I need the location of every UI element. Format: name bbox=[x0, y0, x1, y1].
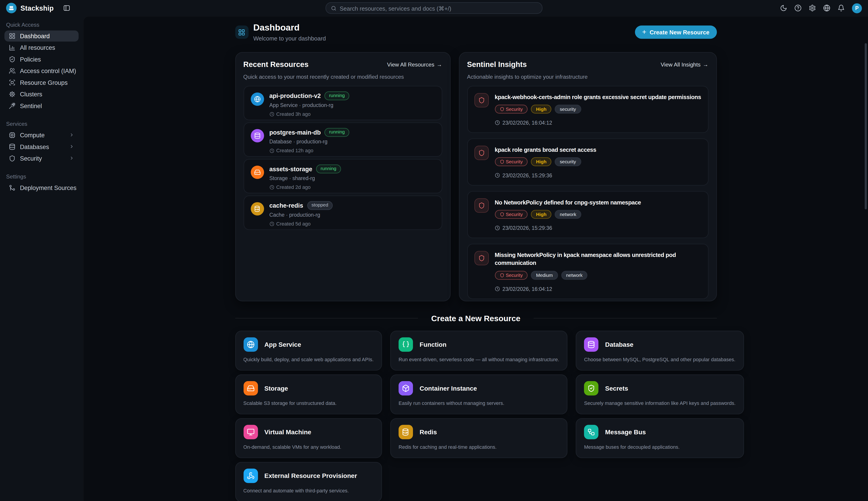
resource-created: Created 3h ago bbox=[276, 111, 310, 117]
sidebar-item-compute[interactable]: Compute bbox=[4, 130, 79, 140]
resource-list-item[interactable]: cache-redis stopped Cache · production-r… bbox=[243, 195, 442, 230]
box-icon bbox=[398, 381, 413, 395]
insight-title: kpack role grants broad secret access bbox=[495, 146, 701, 153]
tag-badge: security bbox=[555, 158, 581, 166]
create-card-message-bus[interactable]: Message Bus Message buses for decoupled … bbox=[576, 418, 744, 458]
view-all-resources-link[interactable]: View All Resources→ bbox=[387, 61, 442, 67]
create-new-resource-button[interactable]: + Create New Resource bbox=[635, 26, 716, 39]
brand-name: Stackship bbox=[21, 4, 54, 12]
sidebar-item-policies[interactable]: Policies bbox=[4, 54, 79, 65]
dark-mode-icon[interactable] bbox=[780, 4, 787, 12]
settings-gear-icon[interactable] bbox=[809, 4, 816, 12]
language-globe-icon[interactable] bbox=[823, 4, 831, 12]
brand[interactable]: Stackship bbox=[6, 3, 54, 13]
clock-icon bbox=[269, 112, 274, 117]
create-card-redis[interactable]: Redis Redis for caching and real-time ap… bbox=[390, 418, 567, 458]
insight-list-item[interactable]: kpack-webhook-certs-admin role grants ex… bbox=[467, 86, 708, 133]
braces-icon bbox=[398, 337, 413, 352]
global-search[interactable] bbox=[326, 2, 542, 14]
search-input[interactable] bbox=[340, 5, 537, 11]
sidebar-item-access-control[interactable]: Access control (IAM) bbox=[4, 65, 79, 76]
create-card-secrets[interactable]: Secrets Securely manage sensitive inform… bbox=[576, 374, 744, 414]
insight-title: Missing NetworkPolicy in kpack namespace… bbox=[495, 251, 677, 267]
globe-icon bbox=[243, 337, 258, 352]
sidebar-item-resource-groups[interactable]: Resource Groups bbox=[4, 77, 79, 88]
shield-check-icon bbox=[584, 381, 598, 395]
resource-meta: Cache · production-rg bbox=[269, 212, 332, 217]
sidebar-toggle-icon[interactable] bbox=[63, 4, 70, 12]
notifications-bell-icon[interactable] bbox=[837, 4, 845, 12]
sidebar-section-label: Services bbox=[4, 118, 79, 130]
scrollbar[interactable] bbox=[865, 43, 867, 210]
sidebar-item-deployment-sources[interactable]: Deployment Sources bbox=[4, 182, 79, 193]
shield-check-icon bbox=[9, 56, 15, 62]
resource-name: cache-redis bbox=[269, 202, 303, 209]
sidebar-section-label: Settings bbox=[4, 171, 79, 182]
create-card-app-service[interactable]: App Service Quickly build, deploy, and s… bbox=[235, 331, 382, 371]
arrow-right-icon: → bbox=[703, 61, 708, 67]
severity-badge: Security bbox=[495, 271, 528, 279]
resource-list-item[interactable]: assets-storage running Storage · shared-… bbox=[243, 159, 442, 193]
severity-badge: Security bbox=[495, 210, 528, 219]
sentinel-insights-panel: Sentinel Insights View All Insights→ Act… bbox=[459, 52, 716, 301]
severity-badge: Security bbox=[495, 158, 528, 166]
resource-name: api-production-v2 bbox=[269, 93, 320, 99]
plus-icon: + bbox=[642, 29, 647, 36]
help-icon[interactable] bbox=[794, 4, 802, 12]
level-badge: Medium bbox=[531, 271, 558, 279]
create-card-virtual-machine[interactable]: Virtual Machine On-demand, scalable VMs … bbox=[235, 418, 382, 458]
insight-list-item[interactable]: No NetworkPolicy defined for cnpg-system… bbox=[467, 191, 708, 238]
webhook-icon bbox=[243, 468, 258, 483]
layout-grid-icon bbox=[9, 33, 15, 39]
insight-list-item[interactable]: Missing NetworkPolicy in kpack namespace… bbox=[467, 244, 708, 299]
insight-title: No NetworkPolicy defined for cnpg-system… bbox=[495, 198, 701, 206]
database-icon bbox=[584, 337, 598, 352]
resource-list-item[interactable]: postgres-main-db running Database · prod… bbox=[243, 122, 442, 157]
sidebar-item-databases[interactable]: Databases bbox=[4, 141, 79, 152]
hard-drive-icon bbox=[251, 166, 264, 179]
resource-name: assets-storage bbox=[269, 166, 312, 172]
create-card-storage[interactable]: Storage Scalable S3 storage for unstruct… bbox=[235, 374, 382, 414]
tag-badge: network bbox=[561, 271, 587, 279]
insight-list-item[interactable]: kpack role grants broad secret access Se… bbox=[467, 138, 708, 186]
panel-subtitle: Actionable insights to optimize your inf… bbox=[467, 74, 708, 79]
severity-badge: Security bbox=[495, 105, 528, 114]
redis-icon bbox=[251, 202, 264, 215]
main-content: Dashboard Welcome to your dashboard + Cr… bbox=[83, 16, 868, 501]
create-card-database[interactable]: Database Choose between MySQL, PostgreSQ… bbox=[576, 331, 744, 371]
create-card-container-instance[interactable]: Container Instance Easily run containers… bbox=[390, 374, 567, 414]
view-all-insights-link[interactable]: View All Insights→ bbox=[661, 61, 708, 67]
create-card-function[interactable]: Function Run event-driven, serverless co… bbox=[390, 331, 567, 371]
security-shield-icon bbox=[474, 146, 489, 160]
page-subtitle: Welcome to your dashboard bbox=[253, 35, 326, 41]
sidebar-item-sentinel[interactable]: Sentinel bbox=[4, 100, 79, 111]
resource-created: Created 5d ago bbox=[276, 221, 310, 226]
create-section-heading: Create a New Resource bbox=[235, 314, 717, 323]
sidebar-section-label: Quick Access bbox=[4, 20, 79, 31]
sidebar-item-all-resources[interactable]: All resources bbox=[4, 42, 79, 53]
resource-meta: Storage · shared-rg bbox=[269, 175, 341, 181]
resource-meta: App Service · production-rg bbox=[269, 102, 349, 108]
section-title: Create a New Resource bbox=[431, 314, 520, 323]
arrow-right-icon: → bbox=[437, 61, 442, 67]
sidebar-item-security[interactable]: Security bbox=[4, 153, 79, 164]
git-branch-icon bbox=[9, 184, 15, 191]
panel-title: Sentinel Insights bbox=[467, 60, 527, 68]
create-card-external-resource-provisioner[interactable]: External Resource Provisioner Connect an… bbox=[235, 462, 382, 501]
hard-drive-icon bbox=[243, 381, 258, 395]
group-icon bbox=[9, 79, 15, 86]
sidebar-item-dashboard[interactable]: Dashboard bbox=[4, 31, 79, 41]
monitor-icon bbox=[243, 425, 258, 439]
status-badge: running bbox=[325, 128, 349, 137]
panel-title: Recent Resources bbox=[243, 60, 309, 68]
resource-created: Created 2d ago bbox=[276, 184, 310, 190]
resource-list-item[interactable]: api-production-v2 running App Service · … bbox=[243, 86, 442, 120]
user-avatar[interactable]: P bbox=[852, 3, 862, 13]
security-shield-icon bbox=[474, 198, 489, 213]
resource-meta: Database · production-rg bbox=[269, 138, 349, 145]
sidebar-item-clusters[interactable]: Clusters bbox=[4, 89, 79, 99]
status-badge: running bbox=[316, 164, 341, 173]
top-actions: P bbox=[780, 3, 862, 13]
clock-icon bbox=[495, 286, 499, 291]
dashboard-icon bbox=[235, 26, 249, 39]
